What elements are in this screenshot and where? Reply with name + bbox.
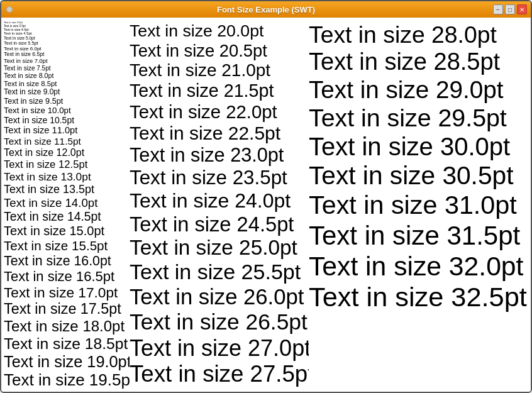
text-item: Text in size 24.5pt — [130, 213, 309, 236]
window-controls: − □ ✕ — [493, 4, 527, 14]
text-item: Text in size 27.5pt — [130, 361, 309, 387]
text-item: Text in size 28.0pt — [309, 21, 528, 48]
text-item: Text in size 30.0pt — [309, 132, 528, 161]
text-item: Text in size 18.5pt — [4, 335, 130, 353]
text-item: Text in size 24.0pt — [130, 189, 309, 213]
text-item: Text in size 25.0pt — [130, 236, 309, 260]
text-item: Text in size 9.5pt — [4, 97, 130, 106]
maximize-button[interactable]: □ — [505, 4, 515, 14]
text-item: Text in size 30.5pt — [309, 161, 528, 191]
text-item: Text in size 19.0pt — [4, 353, 130, 371]
text-item: Text in size 9.0pt — [4, 88, 130, 97]
text-item: Text in size 26.5pt — [130, 309, 309, 335]
text-item: Text in size 17.5pt — [4, 301, 130, 318]
text-item: Text in size 29.5pt — [309, 104, 528, 132]
large-column: Text in size 28.0ptText in size 28.5ptTe… — [309, 21, 528, 389]
text-item: Text in size 15.0pt — [4, 224, 130, 238]
medium-column: Text in size 20.0ptText in size 20.5ptTe… — [130, 21, 309, 389]
text-item: Text in size 22.0pt — [130, 101, 309, 123]
text-item: Text in size 12.0pt — [4, 147, 130, 158]
text-item: Text in size 23.5pt — [130, 167, 309, 189]
text-item: Text in size 20.0pt — [130, 21, 309, 41]
text-item: Text in size 4.5pt — [4, 31, 130, 36]
text-item: Text in size 7.0pt — [4, 58, 130, 65]
text-item: Text in size 22.5pt — [130, 123, 309, 145]
text-item: Text in size 13.0pt — [4, 171, 130, 184]
content-area: Text in size 3.0ptText in size 3.5ptText… — [1, 18, 531, 392]
text-item: Text in size 28.5pt — [309, 48, 528, 76]
text-item: Text in size 23.0pt — [130, 144, 309, 166]
text-item: Text in size 18.0pt — [4, 318, 130, 335]
text-item: Text in size 11.0pt — [4, 125, 130, 136]
text-item: Text in size 31.0pt — [309, 191, 528, 221]
main-window: Font Size Example (SWT) − □ ✕ Text in si… — [0, 0, 532, 393]
text-item: Text in size 8.5pt — [4, 80, 130, 88]
text-item: Text in size 7.5pt — [4, 65, 130, 72]
window-title: Font Size Example (SWT) — [217, 5, 315, 14]
text-item: Text in size 5.5pt — [4, 41, 130, 46]
close-button[interactable]: ✕ — [517, 4, 527, 14]
text-item: Text in size 17.0pt — [4, 284, 130, 301]
text-item: Text in size 11.5pt — [4, 136, 130, 147]
text-item: Text in size 25.5pt — [130, 260, 309, 284]
text-item: Text in size 12.5pt — [4, 158, 130, 170]
text-item: Text in size 16.5pt — [4, 268, 130, 284]
text-item: Text in size 27.0pt — [130, 335, 309, 361]
text-item: Text in size 32.5pt — [309, 282, 528, 313]
window-icon — [6, 6, 13, 13]
text-item: Text in size 32.0pt — [309, 251, 528, 282]
text-item: Text in size 19.5pt — [4, 371, 130, 389]
text-item: Text in size 21.0pt — [130, 60, 309, 80]
text-item: Text in size 31.5pt — [309, 221, 528, 251]
text-item: Text in size 10.5pt — [4, 115, 130, 125]
text-item: Text in size 16.0pt — [4, 253, 130, 269]
small-column: Text in size 3.0ptText in size 3.5ptText… — [4, 21, 130, 389]
text-item: Text in size 14.0pt — [4, 196, 130, 209]
titlebar: Font Size Example (SWT) − □ ✕ — [1, 1, 531, 18]
text-item: Text in size 29.0pt — [309, 76, 528, 104]
text-item: Text in size 14.5pt — [4, 210, 130, 224]
text-item: Text in size 15.5pt — [4, 238, 130, 253]
minimize-button[interactable]: − — [493, 4, 503, 14]
text-item: Text in size 21.5pt — [130, 80, 309, 101]
text-item: Text in size 8.0pt — [4, 72, 130, 79]
text-item: Text in size 6.5pt — [4, 52, 130, 58]
text-item: Text in size 13.5pt — [4, 183, 130, 196]
text-item: Text in size 26.0pt — [130, 285, 309, 310]
text-item: Text in size 10.0pt — [4, 106, 130, 115]
text-item: Text in size 20.5pt — [130, 41, 309, 60]
